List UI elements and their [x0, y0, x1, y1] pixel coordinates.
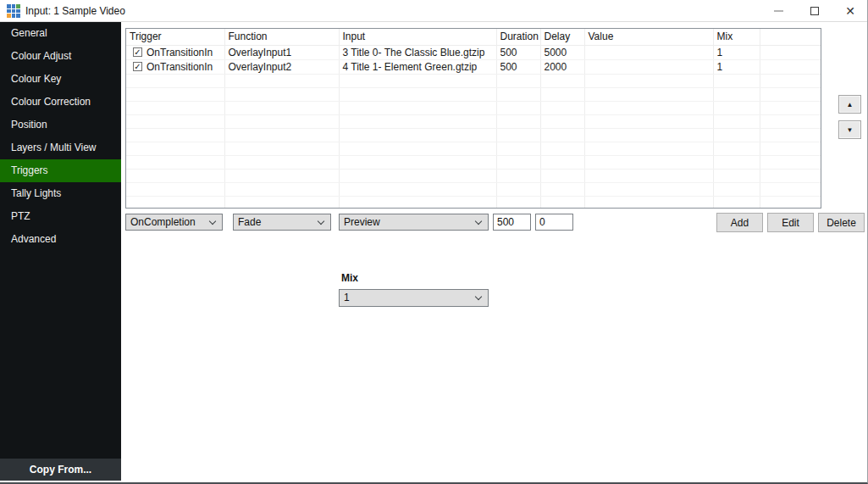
empty-row [126, 169, 821, 182]
sidebar-item-tally-lights[interactable]: Tally Lights [0, 182, 121, 205]
column-header-blank [760, 29, 821, 45]
close-button[interactable]: ✕ [837, 0, 864, 22]
function-value: Fade [238, 216, 261, 228]
sidebar-item-layers-multi-view[interactable]: Layers / Multi View [0, 136, 121, 159]
up-arrow-icon: ▲ [847, 101, 854, 108]
sidebar-item-position[interactable]: Position [0, 114, 121, 136]
maximize-button[interactable] [801, 0, 828, 22]
copy-from-button[interactable]: Copy From... [0, 459, 121, 481]
trigger-row[interactable]: ✓ OnTransitionIn OverlayInput1 3 Title 0… [126, 45, 821, 59]
duration-cell: 500 [496, 59, 540, 74]
sidebar-item-triggers[interactable]: Triggers [0, 159, 121, 182]
empty-row [126, 196, 821, 209]
input-cell: 3 Title 0- The Classic Blue.gtzip [339, 45, 496, 59]
sidebar-item-colour-key[interactable]: Colour Key [0, 68, 121, 91]
empty-row [126, 155, 821, 169]
column-header-function: Function [224, 29, 339, 45]
delay-input[interactable] [535, 214, 573, 231]
trigger-cell: OnTransitionIn [147, 61, 213, 73]
mix-cell: 1 [713, 59, 760, 74]
value-cell [584, 59, 713, 74]
window-title: Input: 1 Sample Video [25, 0, 125, 22]
input-select[interactable]: Preview [339, 214, 489, 231]
chevron-down-icon [318, 218, 324, 225]
move-down-button[interactable]: ▼ [838, 120, 861, 139]
minimize-button[interactable] [765, 0, 792, 22]
row-checkbox[interactable]: ✓ [133, 62, 142, 71]
delay-cell: 2000 [540, 59, 584, 74]
chevron-down-icon [209, 218, 216, 225]
trigger-type-select[interactable]: OnCompletion [125, 214, 223, 231]
sidebar-item-colour-correction[interactable]: Colour Correction [0, 91, 121, 114]
function-select[interactable]: Fade [233, 214, 331, 231]
mix-value: 1 [344, 292, 350, 303]
mix-select[interactable]: 1 [339, 289, 489, 307]
settings-sidebar: General Colour Adjust Colour Key Colour … [0, 22, 121, 459]
mix-cell: 1 [713, 45, 760, 59]
check-icon: ✓ [134, 48, 141, 57]
sidebar-item-advanced[interactable]: Advanced [0, 228, 121, 251]
sidebar-item-colour-adjust[interactable]: Colour Adjust [0, 45, 121, 68]
function-cell: OverlayInput1 [224, 45, 339, 59]
triggers-table: Trigger Function Input Duration Delay Va… [125, 28, 821, 209]
trigger-row[interactable]: ✓ OnTransitionIn OverlayInput2 4 Title 1… [126, 59, 821, 74]
titlebar: Input: 1 Sample Video ✕ [0, 0, 867, 22]
column-header-value: Value [584, 29, 713, 45]
value-cell [584, 45, 713, 59]
trigger-type-value: OnCompletion [130, 216, 196, 228]
trigger-cell: OnTransitionIn [147, 47, 213, 58]
sidebar-item-ptz[interactable]: PTZ [0, 205, 121, 228]
add-button[interactable]: Add [716, 213, 763, 232]
input-value: Preview [344, 216, 380, 228]
input-settings-window: Input: 1 Sample Video ✕ General Colour A… [0, 0, 868, 484]
duration-cell: 500 [496, 45, 540, 59]
row-checkbox[interactable]: ✓ [133, 47, 142, 57]
column-header-duration: Duration [496, 29, 540, 45]
table-header-row: Trigger Function Input Duration Delay Va… [126, 29, 821, 45]
input-cell: 4 Title 1- Element Green.gtzip [339, 59, 496, 74]
down-arrow-icon: ▼ [847, 126, 854, 134]
delete-button[interactable]: Delete [818, 213, 865, 232]
empty-row [126, 142, 821, 155]
empty-row [126, 101, 821, 114]
function-cell: OverlayInput2 [224, 59, 339, 74]
chevron-down-icon [475, 218, 482, 225]
mix-label: Mix [341, 272, 358, 284]
minimize-icon [774, 10, 783, 12]
check-icon: ✓ [134, 63, 141, 71]
close-icon: ✕ [845, 5, 855, 17]
duration-input[interactable] [493, 214, 531, 231]
empty-row [126, 74, 821, 87]
column-header-delay: Delay [540, 29, 584, 45]
empty-row [126, 114, 821, 128]
column-header-input: Input [339, 29, 496, 45]
column-header-trigger: Trigger [126, 29, 224, 45]
delay-cell: 5000 [540, 45, 584, 59]
maximize-icon [810, 7, 819, 15]
edit-button[interactable]: Edit [767, 213, 814, 232]
chevron-down-icon [475, 293, 482, 300]
empty-row [126, 87, 821, 101]
move-up-button[interactable]: ▲ [838, 95, 861, 114]
vmix-grid-icon [7, 4, 20, 18]
empty-row [126, 182, 821, 196]
empty-row [126, 128, 821, 142]
column-header-mix: Mix [713, 29, 760, 45]
sidebar-item-general[interactable]: General [0, 22, 121, 45]
